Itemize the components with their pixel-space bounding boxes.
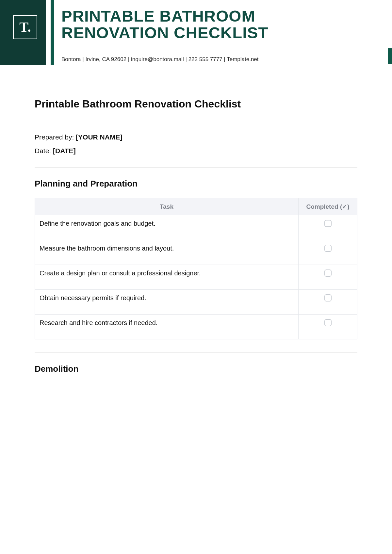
task-cell: Create a design plan or consult a profes… bbox=[35, 265, 299, 290]
prepared-by-label: Prepared by: bbox=[35, 133, 76, 141]
checkbox[interactable] bbox=[324, 294, 332, 301]
task-cell: Research and hire contractors if needed. bbox=[35, 315, 299, 339]
checkbox[interactable] bbox=[324, 319, 332, 326]
table-row: Obtain necessary permits if required. bbox=[35, 290, 357, 315]
checkbox[interactable] bbox=[324, 245, 332, 252]
column-header-completed: Completed (✓) bbox=[299, 198, 357, 215]
prepared-by-line: Prepared by: [YOUR NAME] bbox=[35, 133, 357, 141]
table-row: Measure the bathroom dimensions and layo… bbox=[35, 240, 357, 265]
header-meta: Bontora | Irvine, CA 92602 | inquire@bon… bbox=[61, 56, 259, 63]
header-title-line1: PRINTABLE BATHROOM bbox=[61, 8, 366, 24]
divider bbox=[35, 122, 357, 122]
task-cell: Define the renovation goals and budget. bbox=[35, 215, 299, 240]
column-header-task: Task bbox=[35, 198, 299, 215]
header-title-line2: RENOVATION CHECKLIST bbox=[61, 24, 366, 41]
date-value: [DATE] bbox=[53, 147, 76, 155]
divider bbox=[35, 352, 357, 353]
right-edge-notch bbox=[388, 48, 392, 64]
completed-cell bbox=[299, 315, 357, 339]
section-title-planning: Planning and Preparation bbox=[35, 179, 357, 189]
header-vertical-bar bbox=[51, 0, 54, 65]
brand-logo-text: T. bbox=[19, 19, 31, 35]
checkbox[interactable] bbox=[324, 220, 332, 227]
brand-logo-box: T. bbox=[13, 15, 37, 39]
table-row: Create a design plan or consult a profes… bbox=[35, 265, 357, 290]
completed-cell bbox=[299, 215, 357, 240]
divider bbox=[35, 167, 357, 168]
completed-cell bbox=[299, 290, 357, 315]
table-row: Research and hire contractors if needed. bbox=[35, 315, 357, 339]
date-label: Date: bbox=[35, 147, 53, 155]
completed-cell bbox=[299, 240, 357, 265]
checklist-table-planning: Task Completed (✓) Define the renovation… bbox=[35, 198, 357, 339]
header-title-block: PRINTABLE BATHROOM RENOVATION CHECKLIST bbox=[61, 8, 366, 41]
checkbox[interactable] bbox=[324, 269, 332, 277]
completed-cell bbox=[299, 265, 357, 290]
table-row: Define the renovation goals and budget. bbox=[35, 215, 357, 240]
prepared-by-value: [YOUR NAME] bbox=[76, 133, 122, 141]
section-title-demolition: Demolition bbox=[35, 364, 357, 374]
task-cell: Obtain necessary permits if required. bbox=[35, 290, 299, 315]
document-body: Printable Bathroom Renovation Checklist … bbox=[35, 98, 357, 383]
page-title: Printable Bathroom Renovation Checklist bbox=[35, 98, 357, 110]
task-cell: Measure the bathroom dimensions and layo… bbox=[35, 240, 299, 265]
date-line: Date: [DATE] bbox=[35, 147, 357, 155]
